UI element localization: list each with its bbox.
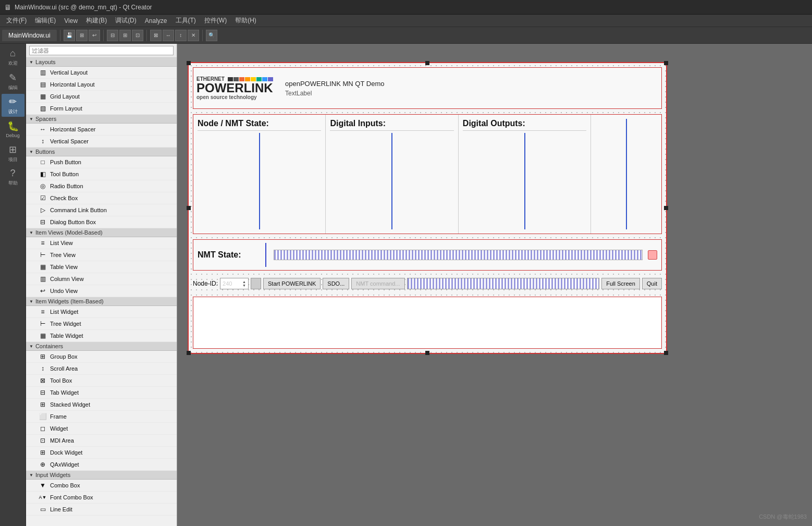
- menu-widgets[interactable]: 控件(W): [200, 15, 231, 26]
- widget-tree-view[interactable]: ⊢ Tree View: [26, 249, 177, 261]
- widget-qax-widget[interactable]: ⊕ QAxWidget: [26, 459, 177, 471]
- handle-tr[interactable]: [664, 61, 668, 65]
- section-input-widgets[interactable]: ▼ Input Widgets: [26, 471, 177, 480]
- widget-mdi-area[interactable]: ⊡ MDI Area: [26, 435, 177, 447]
- handle-tl[interactable]: [187, 61, 191, 65]
- widget-column-view[interactable]: ▥ Column View: [26, 273, 177, 285]
- widget-label: Vertical Spacer: [50, 138, 89, 144]
- fullscreen-button[interactable]: Full Screen: [601, 278, 640, 289]
- adjust-size-button[interactable]: ⊠: [150, 30, 162, 41]
- handle-ml[interactable]: [187, 206, 191, 210]
- filter-input[interactable]: [29, 46, 174, 55]
- handle-bl[interactable]: [187, 351, 191, 355]
- sidebar-item-debug[interactable]: 🐛 Debug: [2, 118, 24, 141]
- widget-widget[interactable]: ◻ Widget: [26, 423, 177, 435]
- widget-tool-box[interactable]: ⊠ Tool Box: [26, 375, 177, 387]
- section-layouts[interactable]: ▼ Layouts: [26, 58, 177, 67]
- widget-form-layout[interactable]: ▧ Form Layout: [26, 103, 177, 115]
- layout-h-button[interactable]: ⊟: [107, 30, 118, 41]
- revert-button[interactable]: ↩: [89, 30, 100, 41]
- widget-list-view[interactable]: ≡ List View: [26, 237, 177, 249]
- widget-horizontal-layout[interactable]: ▤ Horizontal Layout: [26, 79, 177, 91]
- menu-help[interactable]: 帮助(H): [231, 15, 261, 26]
- widget-table-view[interactable]: ▦ Table View: [26, 261, 177, 273]
- widget-scroll-area[interactable]: ↕ Scroll Area: [26, 363, 177, 375]
- widget-stacked-widget[interactable]: ⊞ Stacked Widget: [26, 399, 177, 411]
- table-digital-inputs-title: Digital Inputs:: [330, 119, 453, 131]
- sidebar-item-design[interactable]: ✏ 设计: [2, 94, 24, 117]
- widget-line-edit[interactable]: ▭ Line Edit: [26, 504, 177, 516]
- sidebar-item-project[interactable]: ⊞ 项目: [2, 142, 24, 165]
- menu-edit[interactable]: 编辑(E): [31, 15, 60, 26]
- widget-label: Grid Layout: [50, 93, 80, 100]
- layout-g-button[interactable]: ⊡: [132, 30, 143, 41]
- horizontal-layout-icon: ▤: [39, 80, 47, 89]
- widget-vertical-spacer[interactable]: ↕ Vertical Spacer: [26, 136, 177, 148]
- log-area[interactable]: [193, 297, 662, 349]
- vline1: [259, 133, 260, 229]
- section-label: Input Widgets: [35, 472, 70, 478]
- widget-radio-button[interactable]: ◎ Radio Button: [26, 180, 177, 192]
- widget-font-combo-box[interactable]: A▼ Font Combo Box: [26, 492, 177, 504]
- quit-button[interactable]: Quit: [642, 278, 662, 289]
- section-item-widgets[interactable]: ▼ Item Widgets (Item-Based): [26, 297, 177, 306]
- menu-debug[interactable]: 调试(D): [111, 15, 141, 26]
- menu-build[interactable]: 构建(B): [82, 15, 111, 26]
- handle-tm[interactable]: [425, 61, 429, 65]
- nmt-status-button[interactable]: [648, 250, 657, 260]
- widget-dialog-button-box[interactable]: ⊟ Dialog Button Box: [26, 216, 177, 228]
- save-button[interactable]: 💾: [64, 30, 75, 41]
- widget-list-widget[interactable]: ≡ List Widget: [26, 306, 177, 318]
- widget-frame[interactable]: ⬜ Frame: [26, 411, 177, 423]
- nmt-command-button[interactable]: NMT command...: [351, 278, 404, 289]
- section-buttons[interactable]: ▼ Buttons: [26, 148, 177, 156]
- sidebar-item-edit[interactable]: ✎ 编辑: [2, 70, 24, 93]
- widget-tab-widget[interactable]: ⊟ Tab Widget: [26, 387, 177, 399]
- toolbar-file-tab[interactable]: MainWindow.ui: [2, 30, 57, 41]
- spin-down-arrow[interactable]: ▼: [242, 284, 246, 287]
- spinbox-arrows[interactable]: ▲ ▼: [242, 280, 246, 287]
- widget-group-box[interactable]: ⊞ Group Box: [26, 351, 177, 363]
- widget-push-button[interactable]: □ Push Button: [26, 156, 177, 168]
- sidebar-item-label: Debug: [6, 133, 20, 138]
- widget-label: Combo Box: [50, 482, 80, 488]
- menu-analyze[interactable]: Analyze: [141, 16, 171, 26]
- section-spacers[interactable]: ▼ Spacers: [26, 115, 177, 124]
- spin-up-arrow[interactable]: ▲: [242, 280, 246, 284]
- handle-bm[interactable]: [425, 351, 429, 355]
- menu-tools[interactable]: 工具(T): [171, 15, 200, 26]
- menu-view[interactable]: View: [60, 16, 82, 26]
- h-layout-button[interactable]: ↔: [163, 30, 174, 41]
- menu-file[interactable]: 文件(F): [2, 15, 31, 26]
- handle-mr[interactable]: [664, 206, 668, 210]
- widget-vertical-layout[interactable]: ▥ Vertical Layout: [26, 67, 177, 79]
- widget-dock-widget[interactable]: ⊞ Dock Widget: [26, 447, 177, 459]
- widget-tree-widget[interactable]: ⊢ Tree Widget: [26, 318, 177, 330]
- save-all-button[interactable]: ⊞: [76, 30, 88, 41]
- widget-grid-layout[interactable]: ▦ Grid Layout: [26, 91, 177, 103]
- node-id-spinbox[interactable]: 240 ▲ ▼: [220, 278, 249, 289]
- widget-horizontal-spacer[interactable]: ↔ Horizontal Spacer: [26, 124, 177, 136]
- check-box-icon: ☑: [39, 194, 47, 202]
- design-canvas[interactable]: ETHERNET POWERLINK: [188, 62, 667, 354]
- home-icon: ⌂: [10, 48, 16, 59]
- layout-v-button[interactable]: ⊞: [119, 30, 131, 41]
- widget-combo-box[interactable]: ▼ Combo Box: [26, 480, 177, 492]
- handle-br[interactable]: [664, 351, 668, 355]
- break-layout-button[interactable]: ✕: [188, 30, 199, 41]
- push-button-icon: □: [39, 158, 47, 166]
- zoom-button[interactable]: 🔍: [206, 30, 217, 41]
- widget-tool-button[interactable]: ◧ Tool Button: [26, 168, 177, 180]
- section-containers[interactable]: ▼ Containers: [26, 342, 177, 351]
- sidebar-item-welcome[interactable]: ⌂ 欢迎: [2, 46, 24, 69]
- sdo-button[interactable]: SDO...: [323, 278, 349, 289]
- start-powerlink-button[interactable]: Start POWERLINK: [263, 278, 321, 289]
- widget-label: Tab Widget: [50, 389, 79, 396]
- section-item-views[interactable]: ▼ Item Views (Model-Based): [26, 228, 177, 237]
- sidebar-item-help[interactable]: ? 帮助: [2, 166, 24, 189]
- widget-table-widget[interactable]: ▦ Table Widget: [26, 330, 177, 342]
- widget-undo-view[interactable]: ↩ Undo View: [26, 285, 177, 297]
- widget-check-box[interactable]: ☑ Check Box: [26, 192, 177, 204]
- v-layout-button[interactable]: ↕: [175, 30, 187, 41]
- widget-command-link-button[interactable]: ▷ Command Link Button: [26, 204, 177, 216]
